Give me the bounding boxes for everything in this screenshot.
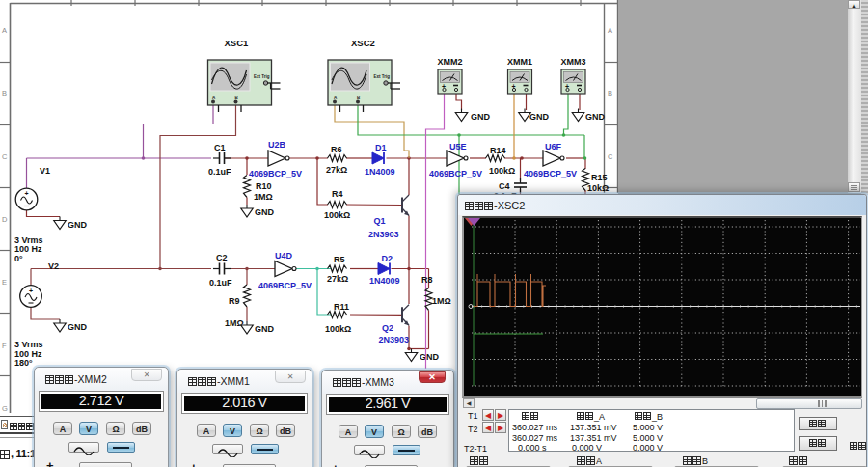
svg-text:D: D [2, 215, 8, 224]
svg-text:XMM3: XMM3 [560, 57, 585, 67]
svg-text:V1: V1 [40, 166, 50, 176]
svg-text:R6: R6 [331, 145, 342, 154]
svg-text:A: A [2, 26, 7, 35]
svg-text:4069BCP_5V: 4069BCP_5V [429, 169, 482, 179]
svg-text:R14: R14 [490, 146, 506, 155]
svg-text:1N4009: 1N4009 [369, 276, 400, 286]
svg-text:U4D: U4D [275, 251, 293, 261]
svg-text:C1: C1 [214, 143, 226, 152]
svg-text:180°: 180° [14, 358, 33, 368]
svg-text:0°: 0° [14, 254, 23, 263]
svg-text:F: F [2, 342, 7, 350]
svg-text:U5E: U5E [449, 142, 467, 151]
svg-text:R8: R8 [421, 275, 433, 285]
svg-text:G: G [2, 404, 8, 413]
svg-text:GND: GND [529, 112, 550, 122]
svg-text:0.1uF: 0.1uF [208, 167, 231, 177]
svg-text:XSC1: XSC1 [225, 38, 250, 48]
svg-text:GND: GND [585, 112, 606, 122]
svg-text:3 Vrms: 3 Vrms [14, 340, 43, 349]
svg-text:R15: R15 [591, 173, 608, 182]
svg-text:100 Hz: 100 Hz [14, 349, 42, 359]
svg-text:GND: GND [68, 220, 88, 230]
svg-text:C2: C2 [216, 253, 228, 262]
svg-text:100kΩ: 100kΩ [325, 324, 351, 334]
svg-text:0.1uF: 0.1uF [209, 278, 232, 288]
svg-text:+: + [24, 190, 28, 197]
svg-text:3 Vrms: 3 Vrms [14, 235, 43, 245]
svg-text:D2: D2 [382, 254, 393, 263]
svg-text:4069BCP_5V: 4069BCP_5V [258, 281, 312, 290]
svg-text:XSC2: XSC2 [351, 38, 375, 48]
svg-text:R11: R11 [334, 302, 349, 312]
svg-text:GND: GND [255, 324, 275, 334]
svg-text:C4: C4 [499, 181, 510, 191]
svg-text:GND: GND [68, 322, 88, 332]
svg-text:GND: GND [255, 207, 275, 217]
svg-text:GND: GND [471, 112, 491, 122]
svg-text:2N3903: 2N3903 [379, 335, 410, 344]
svg-text:XMM1: XMM1 [507, 57, 532, 67]
svg-text:XMM2: XMM2 [437, 57, 462, 67]
svg-text:2N3903: 2N3903 [368, 230, 399, 239]
svg-text:27kΩ: 27kΩ [326, 165, 347, 175]
svg-text:R10: R10 [256, 181, 272, 191]
svg-text:10kΩ: 10kΩ [587, 183, 609, 193]
svg-text:27kΩ: 27kΩ [327, 274, 348, 284]
svg-text:U6F: U6F [545, 142, 562, 151]
svg-text:100 Hz: 100 Hz [14, 244, 42, 254]
svg-text:A: A [608, 26, 612, 35]
svg-text:R9: R9 [229, 296, 240, 306]
svg-text:4069BCP_5V: 4069BCP_5V [249, 169, 302, 179]
svg-text:C: C [608, 152, 613, 161]
svg-text:1N4009: 1N4009 [365, 167, 395, 177]
svg-text:Q2: Q2 [382, 323, 393, 333]
svg-text:B: B [608, 89, 612, 97]
svg-text:100kΩ: 100kΩ [489, 166, 515, 176]
svg-text:100kΩ: 100kΩ [324, 210, 350, 220]
svg-text:V2: V2 [48, 261, 59, 271]
svg-text:R5: R5 [334, 255, 345, 264]
svg-text:1MΩ: 1MΩ [432, 296, 451, 306]
svg-text:GND: GND [420, 352, 440, 362]
svg-text:B: B [2, 89, 7, 97]
svg-text:Ext Trig: Ext Trig [254, 74, 270, 79]
svg-text:R4: R4 [332, 189, 343, 199]
svg-text:U2B: U2B [268, 140, 286, 150]
svg-text:4069BCP_5V: 4069BCP_5V [524, 169, 577, 179]
svg-text:1MΩ: 1MΩ [254, 192, 273, 202]
svg-text:C: C [2, 152, 8, 161]
svg-text:D1: D1 [375, 143, 387, 152]
svg-text:Q1: Q1 [374, 216, 386, 226]
svg-text:+: + [29, 288, 33, 294]
svg-text:E: E [2, 278, 7, 287]
svg-text:Ext Trig: Ext Trig [374, 74, 391, 79]
